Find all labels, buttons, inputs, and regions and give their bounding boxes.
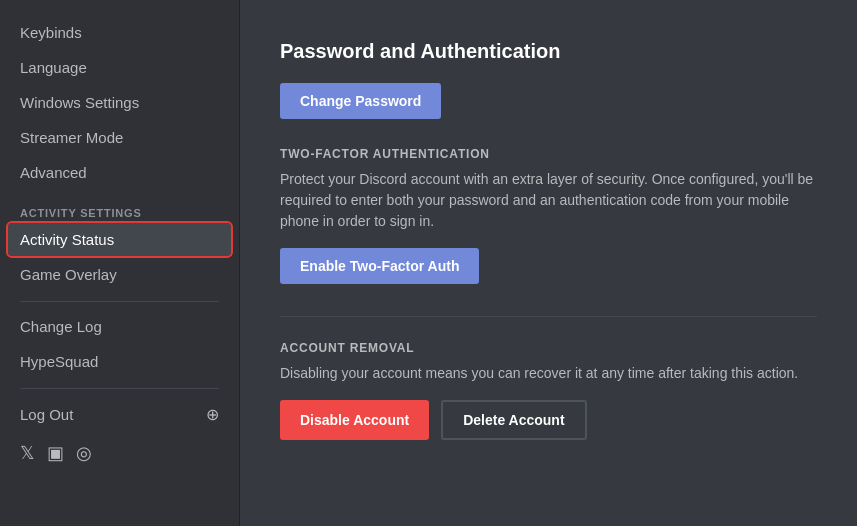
sidebar-item-advanced[interactable]: Advanced (8, 156, 231, 189)
social-icons: 𝕏 ▣ ◎ (8, 434, 231, 472)
sidebar-item-windows-settings[interactable]: Windows Settings (8, 86, 231, 119)
main-content: Password and Authentication Change Passw… (240, 0, 857, 526)
logout-label: Log Out (20, 406, 73, 423)
two-factor-description: Protect your Discord account with an ext… (280, 169, 817, 232)
sidebar-item-language[interactable]: Language (8, 51, 231, 84)
instagram-icon[interactable]: ◎ (76, 442, 92, 464)
sidebar-item-keybinds[interactable]: Keybinds (8, 16, 231, 49)
sidebar-item-label: Game Overlay (20, 266, 117, 283)
sidebar-item-label: Language (20, 59, 87, 76)
sidebar-item-label: Activity Status (20, 231, 114, 248)
facebook-icon[interactable]: ▣ (47, 442, 64, 464)
account-removal-description: Disabling your account means you can rec… (280, 363, 817, 384)
sidebar-item-activity-status[interactable]: Activity Status (8, 223, 231, 256)
disable-account-button[interactable]: Disable Account (280, 400, 429, 440)
sidebar-divider-2 (20, 388, 219, 389)
enable-two-factor-button[interactable]: Enable Two-Factor Auth (280, 248, 479, 284)
sidebar-item-logout[interactable]: Log Out ⊕ (8, 397, 231, 432)
sidebar-item-label: Advanced (20, 164, 87, 181)
sidebar-item-streamer-mode[interactable]: Streamer Mode (8, 121, 231, 154)
sidebar-item-label: Keybinds (20, 24, 82, 41)
sidebar-item-label: Streamer Mode (20, 129, 123, 146)
twitter-icon[interactable]: 𝕏 (20, 442, 35, 464)
change-password-button[interactable]: Change Password (280, 83, 441, 119)
account-removal-section-label: ACCOUNT REMOVAL (280, 341, 817, 355)
sidebar-item-label: Windows Settings (20, 94, 139, 111)
sidebar-divider (20, 301, 219, 302)
two-factor-section-label: TWO-FACTOR AUTHENTICATION (280, 147, 817, 161)
sidebar: Keybinds Language Windows Settings Strea… (0, 0, 240, 526)
delete-account-button[interactable]: Delete Account (441, 400, 586, 440)
page-title: Password and Authentication (280, 40, 817, 63)
account-buttons: Disable Account Delete Account (280, 400, 817, 440)
sidebar-item-label: HypeSquad (20, 353, 98, 370)
sidebar-item-game-overlay[interactable]: Game Overlay (8, 258, 231, 291)
sidebar-item-hypesquad[interactable]: HypeSquad (8, 345, 231, 378)
activity-settings-label: ACTIVITY SETTINGS (8, 191, 231, 223)
section-divider (280, 316, 817, 317)
sidebar-item-change-log[interactable]: Change Log (8, 310, 231, 343)
logout-icon: ⊕ (206, 405, 219, 424)
sidebar-item-label: Change Log (20, 318, 102, 335)
